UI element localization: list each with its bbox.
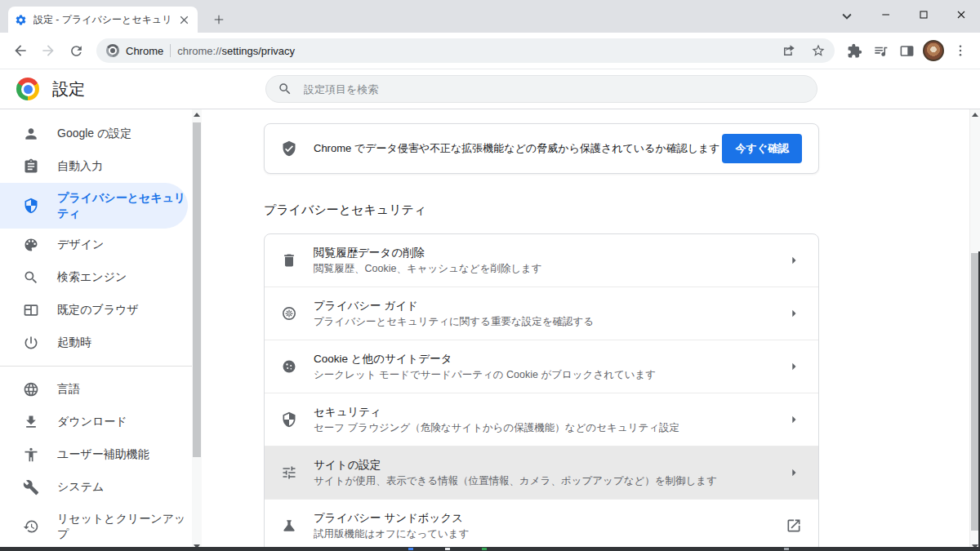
privacy-guide-icon [281,305,297,322]
row-title: プライバシー ガイド [314,298,769,314]
sidebar-scrollbar-thumb[interactable] [193,122,201,457]
bookmark-star-icon[interactable] [807,39,830,62]
row-subtitle: 閲覧履歴、Cookie、キャッシュなどを削除します [314,261,769,276]
sidebar-divider [0,366,192,367]
search-input[interactable] [302,82,805,96]
site-label: Chrome [126,45,163,57]
row-title: サイトの設定 [314,457,769,473]
menu-dots-icon[interactable] [947,38,973,64]
page-title: 設定 [52,78,85,100]
side-panel-icon[interactable] [893,38,920,64]
browser-icon [23,302,39,318]
taskbar-strip [0,547,980,551]
media-controls-icon[interactable] [867,38,893,64]
arrow-right-icon [786,252,802,269]
forward-icon [34,37,62,64]
sidebar-item-autofill[interactable]: 自動入力 [0,150,192,183]
chevron-down-icon[interactable] [838,7,856,25]
tab-title: 設定 - プライバシーとセキュリティ [33,13,171,27]
row-site-settings[interactable]: サイトの設定 サイトが使用、表示できる情報（位置情報、カメラ、ポップアップなど）… [265,446,818,499]
row-title: セキュリティ [314,404,769,420]
sidebar-item-on-startup[interactable]: 起動時 [0,327,192,359]
sidebar-scrollbar[interactable] [192,109,202,551]
browser-toolbar: Chrome chrome://settings/privacy [0,33,980,69]
sidebar-item-system[interactable]: システム [0,471,192,504]
sidebar-item-default-browser[interactable]: 既定のブラウザ [0,294,192,327]
new-tab-button[interactable] [209,10,229,29]
chrome-icon [106,44,119,57]
tune-icon [281,464,297,481]
scroll-up-icon[interactable] [970,109,980,119]
address-bar[interactable]: Chrome chrome://settings/privacy [96,38,835,63]
share-icon[interactable] [777,39,800,62]
row-privacy-sandbox[interactable]: プライバシー サンドボックス 試用版機能はオフになっています [265,499,818,551]
main-content: Chrome でデータ侵害や不正な拡張機能などの脅威から保護されているか確認しま… [202,109,969,551]
restore-icon [23,518,39,535]
row-subtitle: 試用版機能はオフになっています [314,527,769,541]
tab-close-icon[interactable] [177,13,191,27]
page-body: Google の設定 自動入力 プライバシーとセキュリティ デザイン 検索エンジ… [0,109,980,551]
browser-tab[interactable]: 設定 - プライバシーとセキュリティ [8,7,198,33]
back-icon[interactable] [7,37,34,64]
safety-check-text: Chrome でデータ侵害や不正な拡張機能などの脅威から保護されているか確認しま… [314,141,722,156]
row-cookies[interactable]: Cookie と他のサイトデータ シークレット モードでサードパーティの Coo… [265,340,818,393]
arrow-right-icon [786,358,802,375]
row-subtitle: セーフ ブラウジング（危険なサイトからの保護機能）などのセキュリティ設定 [314,420,769,435]
section-title: プライバシーとセキュリティ [264,202,969,218]
person-icon [23,126,39,142]
security-shield-icon [281,411,297,428]
sidebar-item-search-engine[interactable]: 検索エンジン [0,261,192,294]
extensions-puzzle-icon[interactable] [841,38,867,64]
arrow-right-icon [786,411,802,428]
trash-icon [281,252,297,269]
browser-window: 設定 - プライバシーとセキュリティ [0,0,980,551]
download-icon [23,414,39,430]
arrow-right-icon [786,464,802,481]
external-link-icon [786,518,802,534]
row-title: Cookie と他のサイトデータ [314,351,769,367]
row-subtitle: サイトが使用、表示できる情報（位置情報、カメラ、ポップアップなど）を制御します [314,473,769,488]
power-icon [23,335,39,351]
close-button[interactable] [942,0,980,29]
row-privacy-guide[interactable]: プライバシー ガイド プライバシーとセキュリティに関する重要な設定を確認する [265,287,818,340]
safety-check-banner: Chrome でデータ侵害や不正な拡張機能などの脅威から保護されているか確認しま… [264,123,819,174]
sidebar-item-downloads[interactable]: ダウンロード [0,406,192,438]
check-now-button[interactable]: 今すぐ確認 [722,134,802,163]
search-icon [278,82,292,96]
titlebar: 設定 - プライバシーとセキュリティ [0,0,980,33]
row-title: プライバシー サンドボックス [314,510,769,527]
flask-icon [281,518,297,534]
gear-favicon-icon [15,14,27,26]
globe-icon [23,381,39,398]
profile-avatar[interactable] [923,40,944,61]
reload-icon[interactable] [62,37,90,64]
sidebar-item-reset-cleanup[interactable]: リセットとクリーンアップ [0,504,192,549]
url-text[interactable]: chrome://settings/privacy [177,45,771,57]
settings-search[interactable] [265,75,817,103]
palette-icon [23,237,39,253]
clipboard-icon [23,158,39,175]
sidebar: Google の設定 自動入力 プライバシーとセキュリティ デザイン 検索エンジ… [0,109,192,551]
cookie-icon [281,358,297,375]
minimize-button[interactable] [867,0,905,29]
sidebar-item-appearance[interactable]: デザイン [0,229,192,261]
maximize-button[interactable] [905,0,942,29]
row-subtitle: シークレット モードでサードパーティの Cookie がブロックされています [314,367,769,382]
sidebar-item-google-settings[interactable]: Google の設定 [0,118,192,150]
row-security[interactable]: セキュリティ セーフ ブラウジング（危険なサイトからの保護機能）などのセキュリテ… [265,393,818,446]
scroll-up-icon[interactable] [192,109,202,119]
sidebar-item-accessibility[interactable]: ユーザー補助機能 [0,438,192,471]
sidebar-item-privacy-security[interactable]: プライバシーとセキュリティ [0,183,188,229]
privacy-settings-card: 閲覧履歴データの削除 閲覧履歴、Cookie、キャッシュなどを削除します プライ… [264,233,819,551]
wrench-icon [23,479,39,495]
shield-icon [23,198,39,214]
sidebar-item-languages[interactable]: 言語 [0,373,192,406]
arrow-right-icon [786,305,802,322]
settings-header: 設定 [0,69,980,109]
shield-check-icon [281,140,297,157]
row-clear-browsing-data[interactable]: 閲覧履歴データの削除 閲覧履歴、Cookie、キャッシュなどを削除します [265,234,818,287]
row-subtitle: プライバシーとセキュリティに関する重要な設定を確認する [314,314,769,329]
chrome-logo-icon [16,78,39,100]
url-divider [170,44,171,57]
row-title: 閲覧履歴データの削除 [314,245,769,261]
